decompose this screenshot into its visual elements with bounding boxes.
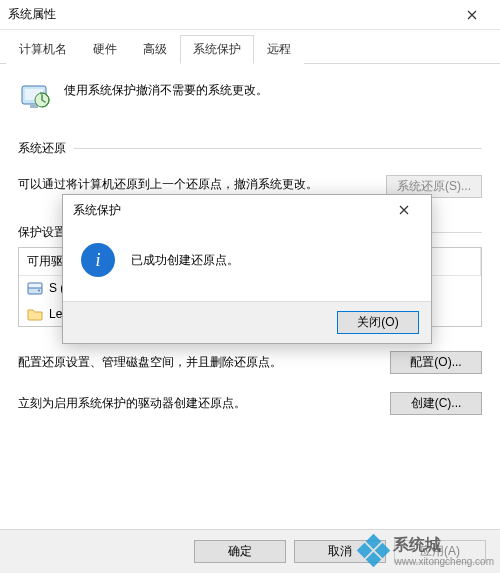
- close-icon: [399, 205, 409, 215]
- message-box: 系统保护 i 已成功创建还原点。 关闭(O): [62, 194, 432, 344]
- info-icon: i: [81, 243, 115, 277]
- watermark-brand: 系统城: [393, 535, 495, 556]
- watermark-logo-icon: [361, 538, 387, 564]
- message-box-titlebar: 系统保护: [63, 195, 431, 225]
- message-box-title: 系统保护: [73, 202, 121, 219]
- message-box-close-button[interactable]: 关闭(O): [337, 311, 419, 334]
- message-box-close-x[interactable]: [385, 197, 423, 223]
- message-box-text: 已成功创建还原点。: [131, 252, 239, 269]
- message-box-footer: 关闭(O): [63, 301, 431, 343]
- watermark: 系统城 www.xitongcheng.com: [361, 535, 495, 567]
- watermark-url: www.xitongcheng.com: [395, 556, 495, 567]
- message-box-body: i 已成功创建还原点。: [63, 225, 431, 301]
